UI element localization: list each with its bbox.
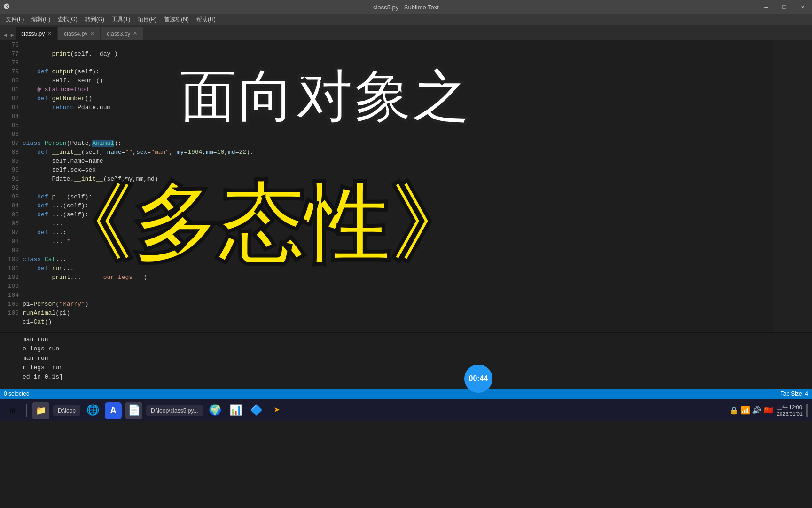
tab-right-arrow[interactable]: ▶ (9, 30, 16, 40)
menu-bar: 文件(F) 编辑(E) 查找(G) 转到(G) 工具(T) 项目(P) 首选项(… (0, 14, 812, 25)
minimap (774, 40, 812, 332)
output-text: man run o legs run man run r legs run ed… (23, 335, 812, 387)
menu-edit[interactable]: 编辑(E) (28, 15, 54, 24)
taskbar-sys-tray: 🔒 📶 🔊 🇨🇳 (729, 406, 773, 415)
output-area: man run o legs run man run r legs run ed… (0, 332, 812, 389)
tab-class5-label: class5.py (21, 31, 45, 37)
tab-left-arrow[interactable]: ◀ (2, 30, 9, 40)
output-line-numbers (0, 335, 23, 387)
menu-preferences[interactable]: 首选项(N) (160, 15, 193, 24)
taskbar-clock: 上午 12:00 2023/01/01 (777, 404, 803, 417)
taskbar-folder-label[interactable]: D:\loop (53, 405, 80, 416)
taskbar-ppt-icon[interactable]: 📊 (227, 402, 244, 419)
taskbar-divider (26, 404, 27, 417)
taskbar-start-icon[interactable]: ⊞ (4, 402, 21, 419)
tabs-bar: ◀ ▶ class5.py ✕ class4.py ✕ class3.py ✕ (0, 25, 812, 40)
menu-goto[interactable]: 转到(G) (81, 15, 108, 24)
taskbar-file-label[interactable]: D:\loop\class5.py... (146, 405, 203, 416)
taskbar-arrow-icon[interactable]: ➤ (269, 402, 286, 419)
tab-class4-label: class4.py (64, 31, 87, 37)
taskbar-a-icon[interactable]: A (105, 402, 122, 419)
window-controls[interactable]: — □ ✕ (760, 2, 808, 12)
menu-project[interactable]: 项目(P) (134, 15, 160, 24)
status-selection: 0 selected (4, 390, 30, 397)
status-tab-size: Tab Size: 4 (781, 390, 808, 397)
menu-file[interactable]: 文件(F) (2, 15, 28, 24)
line-numbers: 76 77 78 79 80 81 82 83 84 85 86 87 88 8… (0, 40, 23, 332)
timer-badge: 00:44 (464, 365, 492, 393)
code-editor[interactable]: print(self.__day ) def output(self): sel… (23, 40, 774, 332)
taskbar-show-desktop[interactable] (806, 404, 808, 417)
taskbar-folder-icon[interactable]: 📁 (32, 402, 49, 419)
tab-class5-close[interactable]: ✕ (47, 31, 52, 37)
taskbar: ⊞ 📁 D:\loop 🌐 A 📄 D:\loop\class5.py... 🌍… (0, 399, 812, 421)
tab-class4-close[interactable]: ✕ (90, 31, 94, 37)
menu-tools[interactable]: 工具(T) (108, 15, 134, 24)
app-icon: 🅢 (4, 4, 10, 11)
taskbar-blue-icon[interactable]: 🔷 (248, 402, 265, 419)
taskbar-browser-icon[interactable]: 🌐 (84, 402, 101, 419)
title-bar: 🅢 class5.py - Sublime Text — □ ✕ (0, 0, 812, 14)
menu-find[interactable]: 查找(G) (54, 15, 81, 24)
editor-area: 76 77 78 79 80 81 82 83 84 85 86 87 88 8… (0, 40, 812, 332)
taskbar-right: 🔒 📶 🔊 🇨🇳 上午 12:00 2023/01/01 (729, 404, 808, 417)
tab-class3-label: class3.py (107, 31, 130, 37)
window-title: class5.py - Sublime Text (373, 4, 439, 11)
tab-class3-close[interactable]: ✕ (133, 31, 137, 37)
tab-class4[interactable]: class4.py ✕ (58, 27, 100, 40)
tab-class5[interactable]: class5.py ✕ (16, 27, 57, 40)
tab-class3[interactable]: class3.py ✕ (101, 27, 143, 40)
taskbar-edge-icon[interactable]: 🌍 (207, 402, 224, 419)
menu-help[interactable]: 帮助(H) (193, 15, 219, 24)
status-bar: 0 selected Tab Size: 4 (0, 389, 812, 399)
taskbar-sublime-icon[interactable]: 📄 (125, 402, 142, 419)
